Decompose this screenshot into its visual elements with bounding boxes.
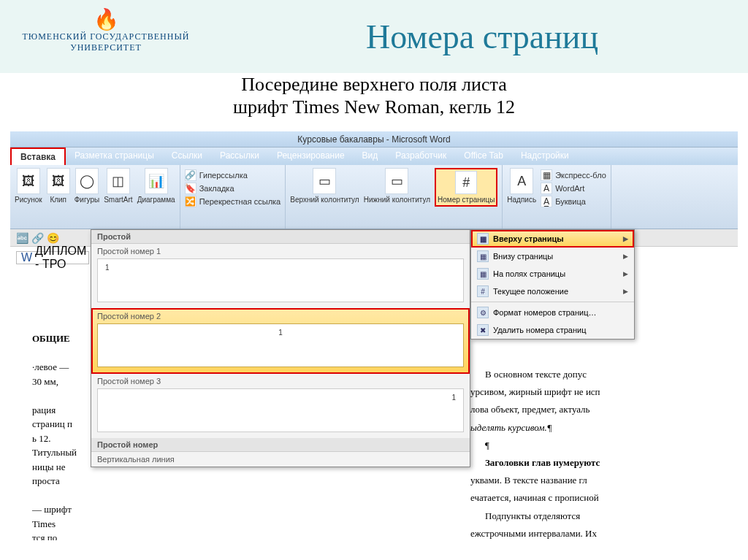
bookmark-button[interactable]: 🔖Закладка xyxy=(185,183,281,194)
gallery-section-simple-2: Простой номер xyxy=(91,438,470,452)
hyperlink-button[interactable]: 🔗Гиперссылка xyxy=(185,169,281,181)
slide-subtitle: Посередине верхнего поля листа шрифт Tim… xyxy=(0,73,748,118)
doc-text: ·левое — 30 мм, xyxy=(32,360,76,388)
textbox-icon: A xyxy=(510,168,533,194)
page-number-icon: # xyxy=(455,171,477,194)
menu-page-margins[interactable]: ▦ На полях страницы ▶ xyxy=(471,265,634,283)
doc-text: — шрифт Times xyxy=(32,502,76,531)
tab-office[interactable]: Office Tab xyxy=(455,147,512,165)
window-title: Курсовые бакалавры - Microsoft Word xyxy=(10,131,738,147)
menu-top-of-page[interactable]: ▦ Вверху страницы ▶ xyxy=(471,230,634,248)
ribbon-body: 🖼Рисунок 🖼Клип ◯Фигуры ◫SmartArt 📊Диагра… xyxy=(10,165,738,229)
tab-addins[interactable]: Надстройки xyxy=(512,147,578,165)
tab-mailings[interactable]: Рассылки xyxy=(211,147,268,165)
chevron-right-icon: ▶ xyxy=(623,253,628,260)
dropcap-button[interactable]: A̲Буквица xyxy=(541,196,606,207)
doc-text: ь 12. Титульный xyxy=(32,431,76,460)
university-logo: 🔥 ТЮМЕНСКИЙ ГОСУДАРСТВЕННЫЙ УНИВЕРСИТЕТ xyxy=(22,7,190,53)
footer-icon: ▭ xyxy=(385,168,408,194)
chart-icon: 📊 xyxy=(145,168,168,194)
doc-tab[interactable]: W ДИПЛОМ - ТРО xyxy=(16,251,89,264)
gallery-item-1[interactable]: Простой номер 1 1 xyxy=(91,244,470,308)
tab-layout[interactable]: Разметка страницы xyxy=(66,147,163,165)
gallery-item-4[interactable]: Вертикальная линия xyxy=(91,452,470,467)
doc-text: рация страниц п xyxy=(32,403,76,431)
chevron-right-icon: ▶ xyxy=(623,270,628,277)
hyperlink-icon: 🔗 xyxy=(185,169,196,181)
tab-insert[interactable]: Вставка xyxy=(10,147,66,165)
picture-button[interactable]: 🖼Рисунок xyxy=(15,168,42,204)
word-screenshot: Курсовые бакалавры - Microsoft Word Вста… xyxy=(10,131,738,540)
chart-button[interactable]: 📊Диаграмма xyxy=(137,168,175,204)
clip-button[interactable]: 🖼Клип xyxy=(47,168,70,204)
menu-current-position[interactable]: # Текущее положение ▶ xyxy=(471,283,634,300)
doc-text: тся по ширине, xyxy=(32,531,76,540)
chevron-right-icon: ▶ xyxy=(623,235,628,242)
gallery-item-2[interactable]: Простой номер 2 1 xyxy=(91,308,470,374)
menu-separator xyxy=(471,302,634,302)
menu-format-page-numbers[interactable]: ⚙ Формат номеров страниц… xyxy=(471,304,634,321)
express-icon: ▦ xyxy=(541,169,552,181)
menu-bottom-of-page[interactable]: ▦ Внизу страницы ▶ xyxy=(471,248,634,265)
ribbon-tabs: Вставка Разметка страницы Ссылки Рассылк… xyxy=(10,147,738,165)
wordart-icon: 𝖠 xyxy=(541,183,552,194)
doc-right-text: В основном тексте допус урсивом, жирный … xyxy=(470,368,733,540)
margins-icon: ▦ xyxy=(477,268,489,280)
doc-tab-label: ДИПЛОМ - ТРО xyxy=(35,245,86,271)
bookmark-icon: 🔖 xyxy=(185,183,196,194)
shapes-button[interactable]: ◯Фигуры xyxy=(75,168,99,204)
bottom-page-icon: ▦ xyxy=(477,250,489,262)
page-number-gallery: Простой Простой номер 1 1 Простой номер … xyxy=(91,229,470,467)
gallery-item-3[interactable]: Простой номер 3 1 xyxy=(91,374,470,438)
doc-heading: ОБЩИЕ xyxy=(32,331,76,346)
slide-title: Номера страниц xyxy=(226,18,738,56)
express-button[interactable]: ▦Экспресс-бло xyxy=(541,169,606,181)
page-number-button[interactable]: #Номер страницы xyxy=(435,168,497,207)
shapes-icon: ◯ xyxy=(75,168,99,194)
crossref-icon: 🔀 xyxy=(185,196,196,207)
crossref-button[interactable]: 🔀Перекрестная ссылка xyxy=(185,196,281,207)
smartart-button[interactable]: ◫SmartArt xyxy=(104,168,132,204)
menu-remove-page-numbers[interactable]: ✖ Удалить номера страниц xyxy=(471,321,634,339)
tab-references[interactable]: Ссылки xyxy=(163,147,211,165)
clip-icon: 🖼 xyxy=(47,168,70,194)
header-button[interactable]: ▭Верхний колонтитул xyxy=(290,168,359,204)
dropcap-icon: A̲ xyxy=(541,196,552,207)
word-doc-icon: W xyxy=(21,251,32,264)
smartart-icon: ◫ xyxy=(107,168,130,194)
header-icon: ▭ xyxy=(313,168,336,194)
format-icon: ⚙ xyxy=(477,307,489,318)
chevron-right-icon: ▶ xyxy=(623,288,628,295)
doc-text: ницы не проста xyxy=(32,460,76,488)
gallery-section-simple: Простой xyxy=(91,230,470,244)
top-page-icon: ▦ xyxy=(477,233,489,245)
tab-developer[interactable]: Разработчик xyxy=(386,147,455,165)
doc-tab-icon: 🔤 🔗 😊 xyxy=(16,232,59,244)
current-pos-icon: # xyxy=(477,285,489,297)
tab-view[interactable]: Вид xyxy=(354,147,387,165)
textbox-button[interactable]: AНадпись xyxy=(507,168,536,204)
page-number-submenu: ▦ Вверху страницы ▶ ▦ Внизу страницы ▶ ▦… xyxy=(470,229,635,340)
footer-button[interactable]: ▭Нижний колонтитул xyxy=(364,168,430,204)
wordart-button[interactable]: 𝖠WordArt xyxy=(541,183,606,194)
tab-review[interactable]: Рецензирование xyxy=(268,147,354,165)
picture-icon: 🖼 xyxy=(17,168,40,194)
remove-icon: ✖ xyxy=(477,324,489,336)
